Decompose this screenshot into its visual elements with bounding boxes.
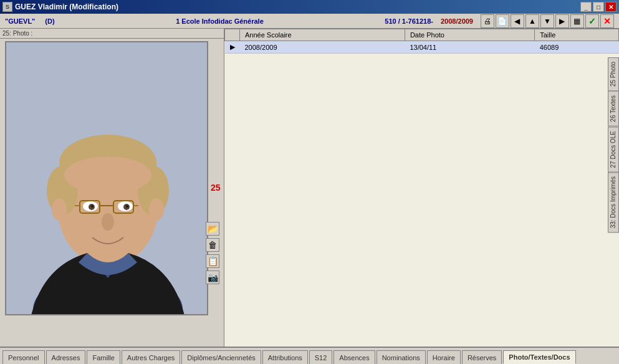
right-panel: Année Scolaire Date Photo Taille ▶ 2008/…	[224, 29, 619, 347]
app-icon: S	[2, 2, 12, 12]
svg-point-22	[149, 198, 164, 221]
photo-svg	[6, 41, 207, 315]
tab-famille[interactable]: Famille	[87, 350, 120, 364]
panel-label: 25: Photo :	[0, 29, 224, 39]
tab-r-serves[interactable]: Réserves	[462, 350, 502, 364]
toolbar-buttons: 🖨 📄 ◀ ▲ ▼ ▶ ▦ ✓ ✕	[481, 14, 614, 28]
school-name: 1 Ecole Infodidac Générale	[176, 17, 264, 25]
tab-attributions[interactable]: Attributions	[262, 350, 308, 364]
camera-button[interactable]: 📷	[206, 271, 219, 284]
table-row[interactable]: ▶ 2008/2009 13/04/11 46089	[225, 41, 619, 54]
svg-point-21	[52, 198, 67, 221]
copy-button[interactable]: 📋	[206, 254, 219, 268]
col-annee: Année Scolaire	[240, 29, 405, 41]
folder-button[interactable]: 📂	[206, 222, 219, 236]
tab-autres-charges[interactable]: Autres Charges	[122, 350, 180, 364]
tab-adresses[interactable]: Adresses	[46, 350, 86, 364]
title-bar: S GUEZ Vladimir (Modification) _ □ ✕	[0, 0, 619, 14]
menu-type[interactable]: (D)	[45, 17, 54, 25]
nav-last-button[interactable]: ▶	[555, 14, 569, 28]
col-date: Date Photo	[405, 29, 534, 41]
bottom-tabs: PersonnelAdressesFamilleAutres ChargesDi…	[0, 347, 619, 364]
cancel-button[interactable]: ✕	[600, 14, 614, 28]
right-side-tabs: 25 Photo 26 Textes 27 Docs OLE 33: Docs …	[608, 57, 619, 233]
confirm-button[interactable]: ✓	[585, 14, 599, 28]
row-date: 13/04/11	[405, 41, 534, 54]
svg-point-14	[126, 205, 128, 208]
tab-photo-textes-docs[interactable]: Photo/Textes/Docs	[503, 350, 575, 364]
nav-first-button[interactable]: ◀	[511, 14, 524, 28]
nav-next-button[interactable]: ▼	[540, 14, 554, 28]
row-annee: 2008/2009	[240, 41, 405, 54]
main-area: 25: Photo :	[0, 29, 619, 347]
year-info: 2008/2009	[441, 17, 473, 25]
svg-point-20	[102, 213, 114, 231]
photo-area	[5, 41, 208, 315]
delete-button[interactable]: 🗑	[206, 238, 219, 252]
photo-table: Année Scolaire Date Photo Taille ▶ 2008/…	[224, 29, 619, 54]
maximize-button[interactable]: □	[593, 2, 604, 12]
col-indicator	[225, 29, 240, 41]
nav-prev-button[interactable]: ▲	[525, 14, 539, 28]
left-panel: 25: Photo :	[0, 29, 224, 347]
menu-bar: "GUEVL" (D) 1 Ecole Infodidac Générale 5…	[0, 14, 619, 29]
vtab-docs-ole[interactable]: 27 Docs OLE	[608, 127, 619, 172]
col-taille: Taille	[535, 29, 619, 41]
page-button[interactable]: 📄	[496, 14, 509, 28]
row-indicator: ▶	[225, 41, 240, 54]
printer-button[interactable]: 🖨	[481, 14, 494, 28]
row-taille: 46089	[535, 41, 619, 54]
record-info: 510 / 1-761218-	[385, 17, 433, 25]
tab-nominations[interactable]: Nominations	[377, 350, 426, 364]
tab-s12[interactable]: S12	[309, 350, 333, 364]
vtab-photo[interactable]: 25 Photo	[608, 57, 619, 91]
menu-code[interactable]: "GUEVL"	[5, 17, 35, 25]
window-title: GUEZ Vladimir (Modification)	[15, 2, 118, 11]
grid-button[interactable]: ▦	[570, 14, 584, 28]
vtab-docs-imprimes[interactable]: 33: Docs Imprimés	[608, 172, 619, 232]
svg-point-8	[64, 156, 151, 194]
side-number: 25	[211, 183, 221, 193]
tab-personnel[interactable]: Personnel	[2, 350, 45, 364]
minimize-button[interactable]: _	[580, 2, 592, 12]
tab-absences[interactable]: Absences	[333, 350, 375, 364]
svg-point-13	[91, 205, 94, 208]
side-toolbar: 📂 🗑 📋 📷	[206, 222, 219, 284]
tab-horaire[interactable]: Horaire	[427, 350, 461, 364]
vtab-textes[interactable]: 26 Textes	[608, 91, 619, 127]
tab-dipl-mes-anciennet-s[interactable]: Diplômes/Anciennetés	[181, 350, 261, 364]
close-button[interactable]: ✕	[605, 2, 617, 12]
